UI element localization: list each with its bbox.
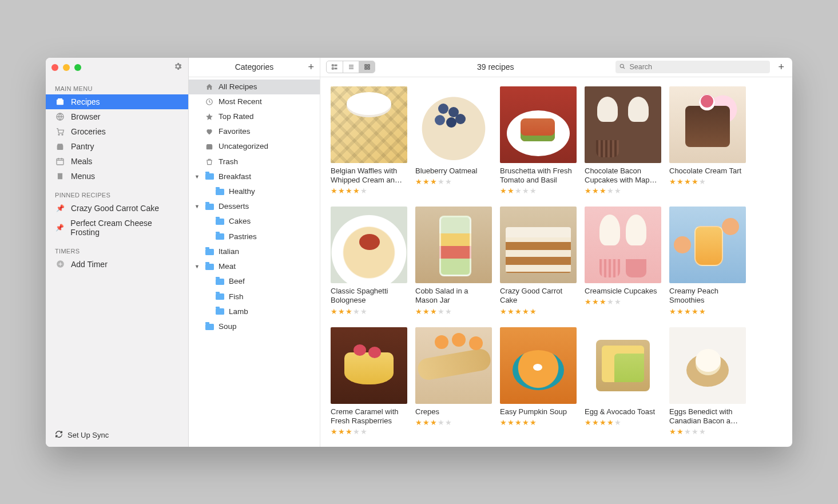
recipe-card[interactable]: Creamsicle Cupcakes★★★★★ [585,207,661,317]
svg-rect-10 [332,68,334,70]
view-grid-button[interactable] [359,61,375,73]
titlebar [46,58,188,77]
category-label: Pastries [229,232,257,242]
sidebar-section-timers: TIMERS [46,240,188,257]
add-timer-button[interactable]: Add Timer [46,257,188,272]
recipe-count: 39 recipes [477,62,514,72]
clock-icon [205,98,214,106]
add-timer-label: Add Timer [71,260,108,269]
recipe-rating: ★★★★★ [669,307,746,316]
close-window-button[interactable] [51,64,58,71]
categories-panel: Categories + All RecipesMost RecentTop R… [189,58,320,447]
category-item-fish[interactable]: Fish [189,289,320,304]
categories-list: All RecipesMost RecentTop RatedFavorites… [189,77,320,447]
recipe-card[interactable]: Creamy Peach Smoothies★★★★★ [669,207,746,317]
category-item-recent[interactable]: Most Recent [189,94,320,109]
recipe-rating: ★★★★★ [585,297,661,306]
sidebar-item-browser[interactable]: Browser [46,109,188,124]
sidebar-item-groceries[interactable]: Groceries [46,124,188,139]
recipe-card[interactable]: Egg & Avocado Toast★★★★★ [585,327,661,438]
minimize-window-button[interactable] [63,64,70,71]
recipe-title: Chocolate Cream Tart [669,166,746,176]
pin-icon: 📌 [55,204,65,212]
category-item-breakfast[interactable]: ▼Breakfast [189,169,320,184]
category-item-trash[interactable]: Trash [189,154,320,169]
category-item-desserts[interactable]: ▼Desserts [189,199,320,214]
recipe-card[interactable]: Creme Caramel with Fresh Raspberries★★★★… [331,327,407,438]
sidebar-item-meals[interactable]: Meals [46,154,188,169]
category-item-fav[interactable]: Favorites [189,124,320,139]
category-label: Top Rated [219,112,254,122]
setup-sync-button[interactable]: Set Up Sync [46,423,188,447]
recipe-card[interactable]: Belgian Waffles with Whipped Cream an…★★… [331,86,407,197]
svg-rect-6 [58,173,62,179]
recipe-rating: ★★★★★ [669,427,746,436]
view-detail-button[interactable] [327,61,343,73]
disclosure-arrow-icon: ▼ [194,203,200,210]
category-label: Soup [219,322,237,332]
recipe-title: Chocolate Bacon Cupcakes with Map… [585,166,661,185]
recipe-card[interactable]: Easy Pumpkin Soup★★★★★ [500,327,577,438]
category-label: Lamb [229,307,248,317]
recipe-rating: ★★★★★ [500,186,577,195]
pinned-recipe-item[interactable]: 📌 Crazy Good Carrot Cake [46,201,188,216]
category-item-italian[interactable]: Italian [189,244,320,259]
recipe-thumbnail [669,327,746,404]
sidebar-item-pantry[interactable]: Pantry [46,139,188,154]
gear-icon[interactable] [173,62,182,73]
recipe-title: Cobb Salad in a Mason Jar [415,287,492,305]
category-item-beef[interactable]: Beef [189,274,320,289]
recipe-card[interactable]: Cobb Salad in a Mason Jar★★★★★ [415,207,492,317]
category-item-pastries[interactable]: Pastries [189,229,320,244]
svg-point-15 [621,64,624,68]
folder-icon [205,204,214,210]
search-input[interactable] [615,61,770,73]
svg-point-3 [58,134,59,135]
heart-icon [205,128,214,136]
recipe-rating: ★★★★★ [331,427,407,436]
recipe-title: Creme Caramel with Fresh Raspberries [331,407,407,426]
recipe-card[interactable]: Crepes★★★★★ [415,327,492,438]
recipe-rating: ★★★★★ [585,418,661,427]
category-item-top[interactable]: Top Rated [189,109,320,124]
pinned-recipe-item[interactable]: 📌 Perfect Cream Cheese Frosting [46,216,188,240]
recipe-card[interactable]: Classic Spaghetti Bolognese★★★★★ [331,207,407,317]
recipe-card[interactable]: Bruschetta with Fresh Tomato and Basil★★… [500,86,577,197]
recipe-thumbnail [669,86,746,163]
category-item-meat[interactable]: ▼Meat [189,259,320,274]
category-label: Cakes [229,216,251,227]
search-icon [619,63,626,72]
plus-circle-icon [55,260,65,268]
search-box [615,61,770,73]
sidebar-item-menus[interactable]: Menus [46,169,188,184]
folder-icon [215,279,224,285]
recipe-title: Crepes [415,407,492,416]
category-item-lamb[interactable]: Lamb [189,304,320,319]
recipe-card[interactable]: Chocolate Cream Tart★★★★★ [669,86,746,197]
recipe-card[interactable]: Blueberry Oatmeal★★★★★ [415,86,492,197]
calendar-icon [55,157,65,166]
category-item-all[interactable]: All Recipes [189,80,320,94]
recipe-rating: ★★★★★ [669,177,746,186]
add-category-button[interactable]: + [308,61,314,73]
sidebar-item-recipes[interactable]: Recipes [46,94,188,109]
globe-icon [55,112,65,121]
view-toggle [326,61,375,73]
recipe-card[interactable]: Crazy Good Carrot Cake★★★★★ [500,207,577,317]
recipe-card[interactable]: Chocolate Bacon Cupcakes with Map…★★★★★ [585,86,661,197]
folder-icon [215,189,224,195]
zoom-window-button[interactable] [74,64,81,71]
category-item-cakes[interactable]: Cakes [189,214,320,229]
add-recipe-button[interactable]: + [776,61,787,73]
view-list-button[interactable] [343,61,359,73]
recipe-title: Creamsicle Cupcakes [585,287,661,296]
sidebar-item-label: Menus [71,172,95,181]
category-label: Breakfast [219,172,251,182]
category-item-healthy[interactable]: Healthy [189,184,320,199]
recipe-card[interactable]: Eggs Benedict with Canadian Bacon a…★★★★… [669,327,746,438]
app-window: MAIN MENU Recipes Browser Groceries Pant… [46,58,792,447]
category-item-uncat[interactable]: Uncategorized [189,139,320,154]
book-icon [55,172,65,181]
category-item-soup[interactable]: Soup [189,319,320,334]
recipe-title: Belgian Waffles with Whipped Cream an… [331,166,407,185]
